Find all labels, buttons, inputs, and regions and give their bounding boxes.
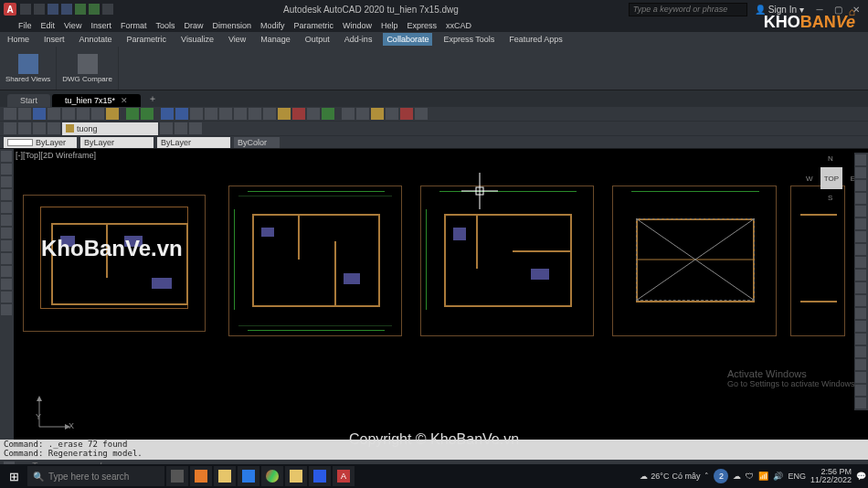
- layer-dropdown[interactable]: tuong: [62, 122, 158, 135]
- start-button[interactable]: ⊞: [2, 466, 26, 486]
- tb-redo-icon[interactable]: [141, 108, 153, 120]
- taskbar-search[interactable]: 🔍 Type here to search: [27, 466, 164, 486]
- ribbon-tab-parametric[interactable]: Parametric: [123, 33, 171, 46]
- compass-n[interactable]: N: [828, 154, 833, 163]
- mod-explode-icon[interactable]: [855, 398, 866, 408]
- layer-iso-icon[interactable]: [175, 122, 187, 134]
- mod-stretch-icon[interactable]: [855, 308, 866, 319]
- ribbon-tab-manage[interactable]: Manage: [257, 33, 294, 46]
- tb-pan-icon[interactable]: [161, 108, 174, 120]
- menu-xxcad[interactable]: xxCAD: [446, 21, 471, 30]
- tool-region-icon[interactable]: [1, 292, 12, 302]
- qat-saveas-icon[interactable]: [61, 4, 72, 15]
- mod-offset-icon[interactable]: [855, 244, 866, 255]
- menu-window[interactable]: Window: [343, 21, 372, 30]
- tool-ellipse-icon[interactable]: [1, 215, 12, 226]
- layer-off-icon[interactable]: [48, 122, 60, 134]
- menu-insert[interactable]: Insert: [90, 21, 111, 30]
- mod-scale-icon[interactable]: [855, 295, 866, 306]
- tray-shield-icon[interactable]: 🛡: [746, 472, 754, 481]
- tb-new-icon[interactable]: [4, 108, 16, 120]
- tb-block-icon[interactable]: [356, 108, 369, 120]
- tool-dim-icon[interactable]: [1, 253, 12, 264]
- mod-array-icon[interactable]: [855, 257, 866, 268]
- tray-weather[interactable]: ☁ 26°C Có mây: [640, 472, 700, 481]
- tb-undo-icon[interactable]: [126, 108, 139, 120]
- ribbon-tab-collaborate[interactable]: Collaborate: [383, 33, 432, 46]
- tool-arc-icon[interactable]: [1, 189, 12, 200]
- ribbon-tab-visualize[interactable]: Visualize: [177, 33, 217, 46]
- qat-new-icon[interactable]: [20, 4, 31, 15]
- menu-tools[interactable]: Tools: [155, 21, 175, 30]
- tb-tools-icon[interactable]: [249, 108, 261, 120]
- tb-zoomwin-icon[interactable]: [205, 108, 217, 120]
- task-view-icon[interactable]: [166, 466, 188, 486]
- layer-uniso-icon[interactable]: [189, 122, 202, 134]
- nav-zoom-icon[interactable]: [855, 180, 866, 191]
- menu-parametric[interactable]: Parametric: [294, 21, 334, 30]
- layer-prev-icon[interactable]: [160, 122, 173, 134]
- ribbon-tab-output[interactable]: Output: [302, 33, 333, 46]
- tb-audit-icon[interactable]: [415, 108, 428, 120]
- tb-save-icon[interactable]: [33, 108, 46, 120]
- qat-undo-icon[interactable]: [75, 4, 86, 15]
- layer-freeze-icon[interactable]: [18, 122, 31, 134]
- qat-plot-icon[interactable]: [102, 4, 113, 15]
- menu-view[interactable]: View: [64, 21, 81, 30]
- tb-zoom-icon[interactable]: [175, 108, 188, 120]
- tb-cut-icon[interactable]: [62, 108, 75, 120]
- nav-wheel-icon[interactable]: [855, 154, 866, 165]
- tool-table-icon[interactable]: [1, 266, 12, 277]
- menu-file[interactable]: File: [18, 21, 32, 30]
- ribbon-tab-insert[interactable]: Insert: [40, 33, 69, 46]
- menu-format[interactable]: Format: [121, 21, 147, 30]
- task-firefox-icon[interactable]: [190, 466, 212, 486]
- ribbon-tab-view[interactable]: View: [225, 33, 249, 46]
- tb-props-icon[interactable]: [219, 108, 232, 120]
- tb-sheet-icon[interactable]: [263, 108, 276, 120]
- ribbon-tab-express[interactable]: Express Tools: [439, 33, 498, 46]
- qat-save-icon[interactable]: [48, 4, 58, 15]
- tb-print-icon[interactable]: [48, 108, 60, 120]
- ribbon-tab-home[interactable]: Home: [4, 33, 33, 46]
- task-folder-icon[interactable]: [285, 466, 307, 486]
- qat-open-icon[interactable]: [34, 4, 45, 15]
- model-viewport[interactable]: [-][Top][2D Wireframe] KhoBanVe.vn: [14, 149, 868, 440]
- mod-extend-icon[interactable]: [855, 334, 866, 345]
- help-search-input[interactable]: [629, 3, 747, 16]
- tray-up-icon[interactable]: ˄: [704, 472, 709, 481]
- mod-erase-icon[interactable]: [855, 206, 866, 217]
- tb-dsgnctr-icon[interactable]: [234, 108, 247, 120]
- menu-edit[interactable]: Edit: [41, 21, 56, 30]
- nav-orbit-icon[interactable]: [855, 193, 866, 204]
- menu-dimension[interactable]: Dimension: [212, 21, 251, 30]
- task-autocad-icon[interactable]: A: [333, 466, 355, 486]
- tb-open-icon[interactable]: [18, 108, 31, 120]
- mod-trim-icon[interactable]: [855, 321, 866, 332]
- lineweight-dropdown[interactable]: ByLayer: [80, 137, 153, 148]
- qat-redo-icon[interactable]: [89, 4, 100, 15]
- tb-wblock-icon[interactable]: [386, 108, 398, 120]
- tray-notifications-icon[interactable]: 💬: [856, 472, 866, 481]
- tool-rect-icon[interactable]: [1, 202, 12, 213]
- tool-mtext-icon[interactable]: [1, 304, 12, 315]
- compass-s[interactable]: S: [828, 194, 832, 202]
- viewcube-face[interactable]: TOP: [820, 167, 842, 189]
- tb-explode-icon[interactable]: [342, 108, 355, 120]
- tool-point-icon[interactable]: [1, 279, 12, 290]
- app-logo-icon[interactable]: A: [4, 3, 16, 16]
- plotstyle-dropdown[interactable]: ByColor: [234, 137, 280, 148]
- task-chrome-icon[interactable]: [261, 466, 283, 486]
- ribbon-tab-featured[interactable]: Featured Apps: [505, 33, 566, 46]
- linetype-dropdown[interactable]: ByLayer: [157, 137, 230, 148]
- tray-cloud-icon[interactable]: ☁: [733, 472, 741, 481]
- tray-clock[interactable]: 2:56 PM 11/22/2022: [810, 468, 852, 484]
- nav-pan-icon[interactable]: [855, 167, 866, 178]
- menu-modify[interactable]: Modify: [260, 21, 285, 30]
- tray-mail-badge[interactable]: 2: [714, 469, 728, 483]
- layer-state-icon[interactable]: [4, 122, 16, 134]
- mod-copy-icon[interactable]: [855, 218, 866, 229]
- task-word-icon[interactable]: [309, 466, 331, 486]
- mod-rotate-icon[interactable]: [855, 282, 866, 293]
- tb-calc-icon[interactable]: [307, 108, 320, 120]
